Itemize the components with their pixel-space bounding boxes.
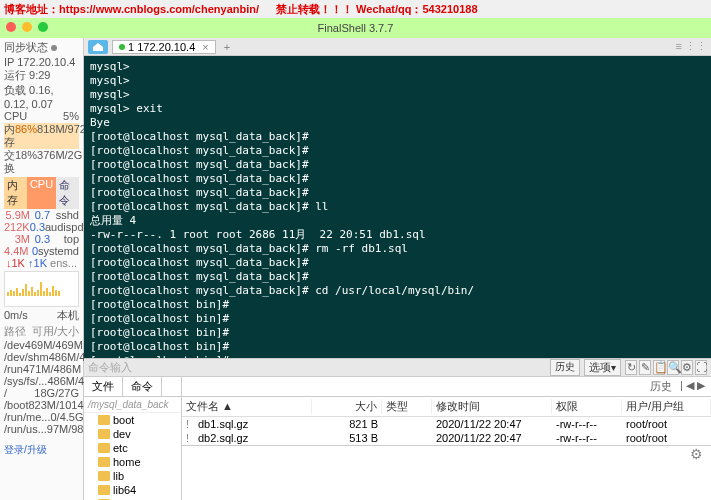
tree-item[interactable]: lib	[84, 469, 181, 483]
sidebar-tabs[interactable]: 内存CPU命令	[4, 177, 79, 209]
watermark: 博客地址：https://www.cnblogs.com/chenyanbin/…	[4, 2, 478, 17]
tree-item[interactable]: lib64	[84, 483, 181, 497]
disk-row: /boot823M/1014M	[4, 399, 79, 411]
terminal[interactable]: mysql> mysql> mysql> mysql> exit Bye [ro…	[84, 56, 711, 358]
command-input[interactable]: 命令输入	[88, 360, 132, 375]
tree-item[interactable]: dev	[84, 427, 181, 441]
option-button[interactable]: 选项▾	[584, 359, 621, 376]
disk-row: /18G/27G	[4, 387, 79, 399]
window-title: FinalShell 3.7.7	[0, 18, 711, 38]
session-tab[interactable]: 1 172.20.10.4×	[112, 40, 216, 54]
file-row[interactable]: !db1.sql.gz821 B2020/11/22 20:47-rw-r--r…	[182, 417, 711, 431]
command-input-bar: 命令输入 历史 选项▾ ↻✎📋🔍⚙⛶	[84, 358, 711, 376]
session-tabs: 1 172.20.10.4× + ≡ ⋮⋮	[84, 38, 711, 56]
tree-path[interactable]: /mysql_data_back	[84, 397, 181, 413]
folder-icon	[98, 415, 110, 425]
home-tab[interactable]	[88, 40, 108, 54]
file-header[interactable]: 文件名 ▲大小类型修改时间权限用户/用户组	[182, 397, 711, 417]
tab-options-icon[interactable]: ≡ ⋮⋮	[676, 40, 711, 53]
close-icon[interactable]: ×	[202, 41, 208, 53]
window-titlebar: FinalShell 3.7.7	[0, 18, 711, 38]
history-button[interactable]: 历史	[550, 359, 580, 376]
tree-item[interactable]: home	[84, 455, 181, 469]
blog-link[interactable]: https://www.cnblogs.com/chenyanbin/	[59, 3, 259, 15]
tree-item[interactable]: etc	[84, 441, 181, 455]
folder-icon	[98, 485, 110, 495]
file-history-button[interactable]: 历史	[650, 379, 672, 394]
disk-row: /run/me...0/4.5G	[4, 411, 79, 423]
tree-tab-file[interactable]: 文件	[84, 377, 123, 396]
file-tree: 文件命令 /mysql_data_back bootdevetchomelibl…	[84, 377, 182, 500]
sidebar-ip: IP 172.20.10.4	[4, 56, 79, 68]
folder-icon	[98, 443, 110, 453]
tree-tab-cmd[interactable]: 命令	[123, 377, 162, 396]
disk-row: /sys/fs/...486M/486M	[4, 375, 79, 387]
folder-icon	[98, 429, 110, 439]
toolbar-icons[interactable]: ↻✎📋🔍⚙⛶	[625, 360, 707, 375]
disk-row: /dev469M/469M	[4, 339, 79, 351]
traffic-lights[interactable]	[6, 22, 48, 32]
add-tab[interactable]: +	[220, 41, 234, 53]
process-row: 5.9M0.7sshd	[4, 209, 79, 221]
folder-icon	[98, 457, 110, 467]
network-chart	[4, 271, 79, 307]
gear-icon[interactable]: ⚙	[182, 445, 711, 462]
file-list: 历史| ◀ ▶ 文件名 ▲大小类型修改时间权限用户/用户组 !db1.sql.g…	[182, 377, 711, 500]
process-row: 212K0.3audispd	[4, 221, 79, 233]
sidebar: 同步状态 IP 172.20.10.4 运行 9:29 负载 0.16, 0.1…	[0, 38, 84, 500]
login-link[interactable]: 登录/升级	[4, 443, 79, 457]
process-row: 4.4M0systemd	[4, 245, 79, 257]
disk-row: /dev/shm486M/486M	[4, 351, 79, 363]
file-row[interactable]: !db2.sql.gz513 B2020/11/22 20:47-rw-r--r…	[182, 431, 711, 445]
tree-item[interactable]: boot	[84, 413, 181, 427]
disk-row: /run/us...97M/98M	[4, 423, 79, 435]
disk-row: /run471M/486M	[4, 363, 79, 375]
process-row: 3M0.3top	[4, 233, 79, 245]
folder-icon	[98, 471, 110, 481]
